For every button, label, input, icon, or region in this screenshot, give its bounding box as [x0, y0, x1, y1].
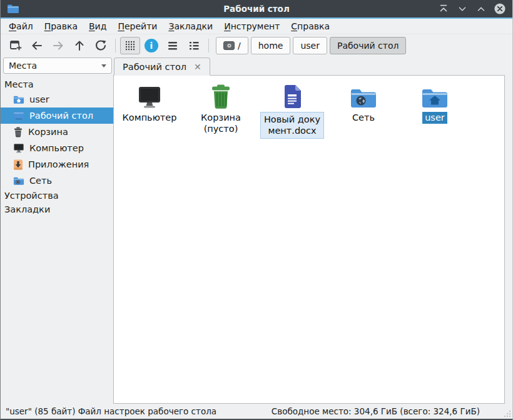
close-button[interactable]	[494, 2, 506, 15]
forward-arrow-icon	[51, 39, 65, 52]
icon-view-button[interactable]	[120, 37, 140, 54]
menu-file[interactable]: Файл	[3, 20, 39, 32]
tab-desktop[interactable]: Рабочий стол ✕	[114, 58, 210, 76]
new-tab-icon	[9, 39, 23, 52]
toolbar-separator	[208, 39, 209, 52]
sidebar-mode-select[interactable]: Места	[3, 58, 112, 74]
file-item-computer[interactable]: Компьютер	[114, 83, 185, 123]
path-segment-user[interactable]: user	[293, 37, 327, 54]
path-bar: / home user Рабочий стол	[216, 37, 406, 54]
sidebar-item-trash[interactable]: Корзина	[1, 124, 113, 140]
trash-empty-icon	[210, 84, 231, 109]
compact-view-button[interactable]	[163, 37, 183, 54]
keep-above-button[interactable]	[437, 2, 450, 15]
minimize-button[interactable]	[456, 2, 469, 15]
menubar: Файл Правка Вид Перейти Закладки Инструм…	[1, 19, 512, 34]
file-item-user[interactable]: user	[399, 83, 470, 124]
info-icon: i	[145, 39, 158, 52]
menu-go[interactable]: Перейти	[112, 20, 163, 32]
icon-view-grid-icon	[124, 39, 136, 52]
detailed-list-view-button[interactable]	[184, 37, 204, 54]
up-arrow-icon	[73, 39, 86, 52]
sidebar-header-devices: Устройства	[1, 189, 113, 202]
sidebar-item-desktop[interactable]: Рабочий стол	[1, 108, 113, 124]
path-segment-desktop[interactable]: Рабочий стол	[330, 37, 407, 54]
drive-icon	[223, 41, 235, 50]
menu-help[interactable]: Справка	[285, 20, 335, 32]
applications-icon	[13, 159, 23, 170]
thumbnail-view-button[interactable]: i	[141, 37, 161, 54]
folder-network-icon	[13, 176, 24, 186]
maximize-button[interactable]	[475, 2, 487, 15]
sidebar-item-network[interactable]: Сеть	[1, 172, 113, 189]
sidebar-header-places: Места	[1, 78, 113, 91]
detailed-list-icon	[187, 39, 201, 52]
menu-edit[interactable]: Правка	[39, 20, 83, 32]
highlighted-file-label: user	[422, 112, 447, 124]
forward-button[interactable]	[48, 37, 68, 54]
new-tab-button[interactable]	[6, 37, 26, 54]
file-item-document[interactable]: Новый документ.docx	[256, 83, 328, 139]
menu-tools[interactable]: Инструмент	[218, 20, 285, 32]
folder-view-panel[interactable]: Компьютер Корзина (пусто)	[113, 75, 505, 404]
menu-bookmarks[interactable]: Закладки	[163, 20, 218, 32]
app-folder-icon	[7, 4, 19, 14]
tab-close-icon[interactable]: ✕	[194, 62, 201, 71]
file-manager-window: Рабочий стол Файл Правка Вид Перейти Зак…	[0, 0, 513, 420]
chevron-down-icon	[101, 64, 106, 68]
trash-icon	[13, 127, 23, 138]
refresh-button[interactable]	[91, 37, 111, 54]
refresh-icon	[94, 39, 108, 52]
folder-network-icon	[350, 88, 377, 109]
sidebar-header-bookmarks: Закладки	[1, 202, 113, 216]
status-free-space: Свободное место: 304,6 ГиБ (всего: 324,6…	[272, 406, 480, 416]
sidebar-item-computer[interactable]: Компьютер	[1, 140, 113, 156]
tab-bar: Рабочий стол ✕	[113, 56, 505, 75]
titlebar[interactable]: Рабочий стол	[1, 0, 512, 18]
window-title: Рабочий стол	[1, 4, 512, 14]
path-segment-root[interactable]: /	[216, 37, 248, 54]
sidebar-item-applications[interactable]: Приложения	[1, 156, 113, 172]
folder-home-icon	[13, 95, 24, 104]
menu-view[interactable]: Вид	[83, 20, 112, 32]
files-row: Компьютер Корзина (пусто)	[114, 76, 504, 139]
back-arrow-icon	[30, 39, 44, 52]
back-button[interactable]	[27, 37, 47, 54]
file-item-trash[interactable]: Корзина (пусто)	[185, 83, 256, 134]
folder-desktop-icon	[13, 111, 24, 121]
status-selection-info: "user" (85 байт) Файл настроек рабочего …	[6, 406, 216, 416]
selected-file-label: Новый документ.docx	[260, 112, 324, 139]
file-item-network[interactable]: Сеть	[328, 83, 399, 123]
status-bar: "user" (85 байт) Файл настроек рабочего …	[1, 404, 512, 419]
folder-home-icon	[421, 88, 449, 109]
main-area: Рабочий стол ✕	[113, 56, 512, 404]
document-docx-icon	[282, 84, 302, 109]
computer-icon	[136, 86, 163, 109]
sidebar-item-user[interactable]: user	[1, 91, 113, 108]
sidebar: Места Места user Рабочий стол	[1, 56, 113, 404]
resize-grip[interactable]	[504, 410, 511, 418]
toolbar: i / home	[1, 34, 512, 56]
toolbar-separator	[115, 39, 116, 52]
computer-icon	[13, 143, 24, 153]
compact-view-icon	[166, 39, 180, 52]
path-segment-home[interactable]: home	[251, 37, 291, 54]
up-button[interactable]	[69, 37, 89, 54]
